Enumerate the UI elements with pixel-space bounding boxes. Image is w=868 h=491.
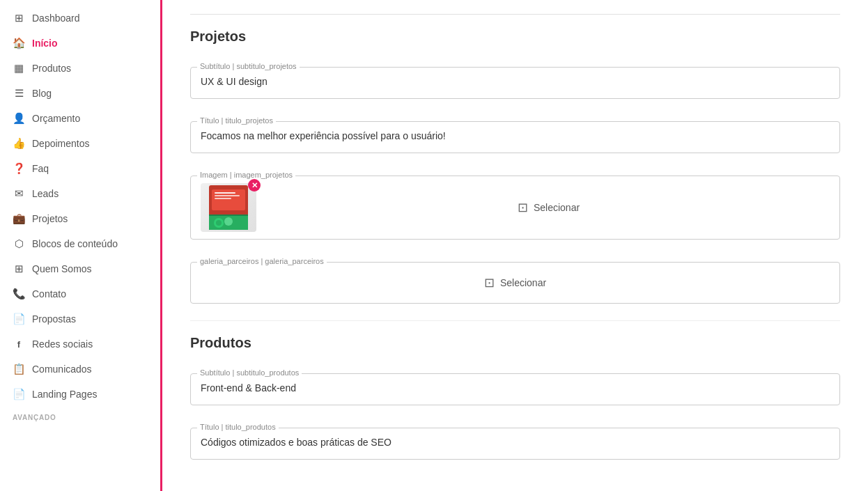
sidebar-item-label: Dashboard — [32, 13, 80, 24]
svg-point-9 — [235, 219, 242, 226]
image-select-icon: ⊡ — [518, 200, 528, 215]
sidebar-item-label: Redes sociais — [32, 338, 93, 350]
select-image-button[interactable]: ⊡ Selecionar — [518, 200, 580, 215]
sidebar-item-label: Depoimentos — [32, 138, 90, 149]
sidebar-item-redes-sociais[interactable]: f Redes sociais — [0, 332, 160, 357]
landing-pages-icon: 📄 — [13, 388, 25, 400]
svg-rect-6 — [209, 215, 248, 216]
book-cover-svg — [209, 185, 248, 230]
sidebar-item-inicio[interactable]: 🏠 Início — [0, 31, 160, 56]
svg-rect-3 — [215, 195, 240, 196]
sidebar-item-orcamento[interactable]: 👤 Orçamento — [0, 106, 160, 131]
sidebar-item-produtos[interactable]: ▦ Produtos — [0, 56, 160, 81]
sidebar-item-propostas[interactable]: 📄 Propostas — [0, 306, 160, 332]
blocos-icon: ⬡ — [13, 237, 25, 250]
produtos-section: Produtos Subtítulo | subtitulo_produtos … — [190, 335, 840, 460]
sidebar-item-label: Produtos — [32, 63, 71, 74]
sidebar-item-label: Blog — [32, 88, 52, 99]
sidebar-item-faq[interactable]: ❓ Faq — [0, 156, 160, 181]
sidebar-item-label: Faq — [32, 163, 49, 174]
galeria-parceiros-box: ⊡ Selecionar — [190, 262, 840, 304]
sidebar-item-landing-pages[interactable]: 📄 Landing Pages — [0, 382, 160, 407]
titulo-projetos-group: Título | titulo_projetos Focamos na melh… — [190, 110, 840, 153]
propostas-icon: 📄 — [13, 313, 25, 325]
home-icon: 🏠 — [13, 37, 25, 49]
subtitulo-produtos-value[interactable]: Front-end & Back-end — [190, 373, 840, 405]
sidebar-item-label: Leads — [32, 188, 59, 199]
select-image-label: Selecionar — [534, 202, 580, 213]
sidebar-item-label: Início — [32, 38, 58, 49]
imagem-projetos-box: ✕ ⊡ Selecionar — [190, 176, 840, 240]
select-galeria-label: Selecionar — [500, 277, 546, 288]
svg-rect-2 — [215, 192, 235, 194]
sidebar-item-projetos[interactable]: 💼 Projetos — [0, 206, 160, 231]
svg-point-10 — [216, 220, 222, 226]
sidebar-item-contato[interactable]: 📞 Contato — [0, 281, 160, 306]
redes-sociais-icon: f — [13, 338, 25, 350]
galeria-parceiros-group: galeria_parceiros | galeria_parceiros ⊡ … — [190, 251, 840, 304]
subtitulo-projetos-group: Subtítulo | subtitulo_projetos UX & UI d… — [190, 56, 840, 99]
sidebar-item-label: Contato — [32, 288, 66, 299]
depoimentos-icon: 👍 — [13, 137, 25, 150]
imagem-projetos-label: Imagem | imagem_projetos — [197, 171, 295, 179]
subtitulo-produtos-group: Subtítulo | subtitulo_produtos Front-end… — [190, 362, 840, 405]
advanced-section-label: AVANÇADO — [0, 407, 160, 424]
subtitulo-projetos-value[interactable]: UX & UI design — [190, 67, 840, 99]
contato-icon: 📞 — [13, 288, 25, 300]
image-thumbnail — [201, 183, 256, 232]
sidebar-item-label: Orçamento — [32, 113, 80, 124]
sidebar: ⊞ Dashboard 🏠 Início ▦ Produtos ☰ Blog 👤… — [0, 0, 162, 491]
quem-somos-icon: ⊞ — [13, 263, 25, 275]
projetos-icon: 💼 — [13, 212, 25, 225]
imagem-projetos-group: Imagem | imagem_projetos — [190, 164, 840, 240]
titulo-projetos-label: Título | titulo_projetos — [197, 116, 276, 125]
sidebar-item-blog[interactable]: ☰ Blog — [0, 81, 160, 106]
faq-icon: ❓ — [13, 162, 25, 175]
produtos-title: Produtos — [190, 335, 840, 351]
remove-image-button[interactable]: ✕ — [248, 179, 261, 192]
sidebar-item-leads[interactable]: ✉ Leads — [0, 181, 160, 206]
dashboard-icon: ⊞ — [13, 12, 25, 24]
subtitulo-produtos-label: Subtítulo | subtitulo_produtos — [197, 368, 302, 377]
titulo-produtos-value[interactable]: Códigos otimizados e boas práticas de SE… — [190, 428, 840, 460]
svg-point-8 — [224, 217, 233, 226]
leads-icon: ✉ — [13, 187, 25, 200]
sidebar-item-blocos-conteudo[interactable]: ⬡ Blocos de conteúdo — [0, 231, 160, 256]
orcamento-icon: 👤 — [13, 112, 25, 125]
sidebar-item-label: Quem Somos — [32, 263, 92, 274]
sidebar-item-label: Blocos de conteúdo — [32, 238, 118, 249]
produtos-icon: ▦ — [13, 62, 25, 75]
projetos-title: Projetos — [190, 29, 840, 45]
main-content: Projetos Subtítulo | subtitulo_projetos … — [162, 0, 868, 491]
select-galeria-button[interactable]: ⊡ Selecionar — [484, 275, 546, 290]
sidebar-item-label: Comunicados — [32, 364, 92, 375]
blog-icon: ☰ — [13, 87, 25, 100]
svg-rect-4 — [215, 198, 231, 199]
sidebar-item-depoimentos[interactable]: 👍 Depoimentos — [0, 131, 160, 156]
titulo-produtos-group: Título | titulo_produtos Códigos otimiza… — [190, 416, 840, 460]
galeria-parceiros-label: galeria_parceiros | galeria_parceiros — [197, 257, 327, 265]
titulo-produtos-label: Título | titulo_produtos — [197, 423, 279, 431]
section-divider — [190, 320, 840, 321]
sidebar-item-quem-somos[interactable]: ⊞ Quem Somos — [0, 256, 160, 281]
sidebar-item-label: Projetos — [32, 213, 68, 224]
top-divider — [190, 14, 840, 15]
sidebar-item-comunicados[interactable]: 📋 Comunicados — [0, 357, 160, 382]
titulo-projetos-value[interactable]: Focamos na melhor experiência possível p… — [190, 121, 840, 153]
comunicados-icon: 📋 — [13, 363, 25, 375]
subtitulo-projetos-label: Subtítulo | subtitulo_projetos — [197, 62, 300, 70]
projetos-section: Projetos Subtítulo | subtitulo_projetos … — [190, 29, 840, 304]
sidebar-item-dashboard[interactable]: ⊞ Dashboard — [0, 6, 160, 31]
galeria-select-icon: ⊡ — [484, 275, 495, 290]
sidebar-item-label: Landing Pages — [32, 389, 97, 400]
sidebar-item-label: Propostas — [32, 313, 76, 325]
image-thumbnail-wrapper: ✕ — [201, 183, 256, 232]
